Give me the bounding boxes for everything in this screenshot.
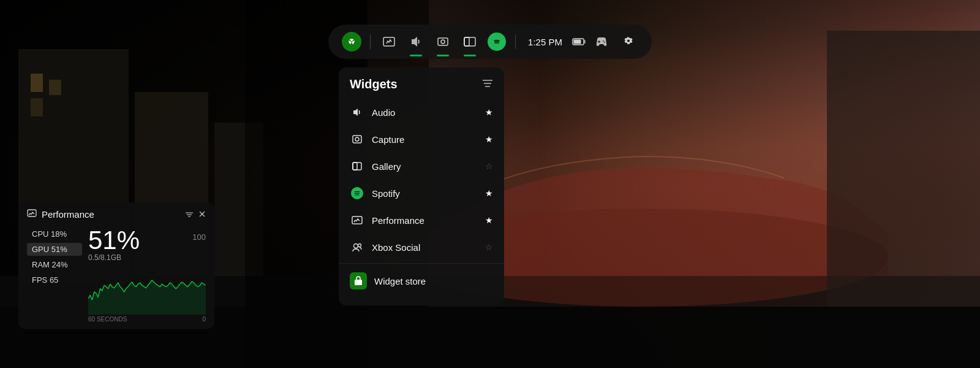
- perf-stat-cpu[interactable]: CPU 18%: [27, 228, 82, 240]
- gallery-widget-label: Gallery: [372, 161, 478, 172]
- spotify-widget-icon: [350, 186, 364, 201]
- svg-rect-21: [573, 40, 581, 44]
- xbox-logo: [342, 32, 361, 52]
- settings-button[interactable]: [617, 31, 639, 53]
- performance-widget-label: Performance: [372, 215, 478, 226]
- capture-topbar-button[interactable]: [432, 31, 454, 53]
- widget-store-label: Widget store: [374, 276, 426, 286]
- widgets-panel: Widgets Audio ★ Capture ★: [339, 67, 504, 305]
- svg-rect-33: [353, 163, 357, 170]
- widget-store-icon: [350, 272, 367, 289]
- svg-rect-17: [464, 37, 475, 46]
- svg-rect-4: [31, 98, 43, 117]
- xbox-social-widget-icon: [350, 240, 364, 255]
- perf-stat-gpu[interactable]: GPU 51%: [27, 243, 82, 256]
- widgets-header: Widgets: [339, 77, 504, 99]
- svg-rect-37: [355, 280, 362, 285]
- svg-point-25: [604, 42, 605, 43]
- xbox-button[interactable]: [341, 31, 363, 53]
- capture-star[interactable]: ★: [485, 134, 493, 144]
- perf-widget-controls: [185, 210, 206, 220]
- perf-gpu-label: GPU 51%: [32, 245, 67, 254]
- perf-widget-title: Performance: [42, 209, 94, 220]
- perf-chart-label-right: 0: [202, 316, 206, 323]
- svg-point-31: [355, 137, 359, 141]
- perf-stat-ram[interactable]: RAM 24%: [27, 258, 82, 271]
- audio-topbar-button[interactable]: [405, 31, 427, 53]
- svg-marker-44: [88, 280, 206, 315]
- widget-item-performance[interactable]: Performance ★: [339, 207, 504, 234]
- xbox-social-star[interactable]: ☆: [485, 242, 493, 252]
- svg-rect-15: [438, 38, 448, 45]
- gallery-widget-icon: [350, 159, 364, 174]
- gallery-star[interactable]: ☆: [485, 161, 493, 171]
- perf-widget-header: Performance: [27, 209, 206, 220]
- svg-point-12: [347, 37, 356, 47]
- controller-icon: [590, 31, 612, 53]
- svg-marker-29: [353, 109, 358, 116]
- perf-fps-label: FPS 65: [32, 275, 58, 285]
- perf-sub-value: 0.5/8.1GB: [88, 253, 206, 262]
- performance-overlay-widget: Performance CPU 18%: [18, 202, 214, 329]
- audio-widget-icon: [350, 105, 364, 120]
- svg-marker-14: [412, 37, 417, 47]
- xbox-social-widget-label: Xbox Social: [372, 242, 478, 253]
- topbar-time: 1:25 PM: [528, 37, 562, 47]
- spotify-star[interactable]: ★: [485, 188, 493, 198]
- performance-topbar-button[interactable]: [378, 31, 400, 53]
- perf-main-display: 51% 100 0.5/8.1GB 60 SECONDS 0: [82, 228, 206, 323]
- spotify-topbar-button[interactable]: [486, 31, 508, 53]
- perf-chart-label-left: 60 SECONDS: [88, 316, 127, 323]
- widget-store-item[interactable]: Widget store: [339, 263, 504, 296]
- perf-stat-fps[interactable]: FPS 65: [27, 274, 82, 286]
- svg-rect-18: [464, 37, 469, 46]
- widget-item-xbox-social[interactable]: Xbox Social ☆: [339, 234, 504, 261]
- capture-widget-icon: [350, 132, 364, 147]
- topbar-battery: [572, 37, 586, 46]
- svg-point-16: [441, 40, 445, 44]
- widgets-filter-icon[interactable]: [482, 79, 493, 90]
- svg-rect-10: [827, 31, 980, 337]
- perf-max-value: 100: [192, 232, 206, 242]
- perf-settings-icon[interactable]: [185, 210, 194, 220]
- perf-chart-labels: 60 SECONDS 0: [88, 316, 206, 323]
- widget-item-gallery[interactable]: Gallery ☆: [339, 153, 504, 180]
- perf-close-icon[interactable]: [198, 210, 206, 220]
- topbar: 1:25 PM: [328, 25, 652, 59]
- widget-item-capture[interactable]: Capture ★: [339, 126, 504, 153]
- svg-point-24: [603, 40, 604, 42]
- perf-ram-label: RAM 24%: [32, 260, 68, 269]
- audio-star[interactable]: ★: [485, 107, 493, 117]
- widgets-title: Widgets: [350, 77, 398, 91]
- spotify-widget-label: Spotify: [372, 188, 478, 199]
- perf-widget-body: CPU 18% GPU 51% RAM 24% FPS 65 51% 100 0…: [27, 228, 206, 323]
- widget-item-audio[interactable]: Audio ★: [339, 99, 504, 126]
- widget-item-spotify[interactable]: Spotify ★: [339, 180, 504, 207]
- svg-rect-30: [353, 136, 361, 143]
- audio-widget-label: Audio: [372, 107, 478, 118]
- perf-stats-list: CPU 18% GPU 51% RAM 24% FPS 65: [27, 228, 82, 323]
- spotify-icon: [488, 33, 506, 51]
- perf-main-value: 51%: [88, 228, 140, 253]
- svg-point-36: [358, 244, 361, 247]
- topbar-divider-1: [370, 34, 371, 49]
- perf-chart: [88, 266, 206, 315]
- perf-widget-icon: [27, 209, 37, 220]
- performance-star[interactable]: ★: [485, 215, 493, 225]
- perf-title-group: Performance: [27, 209, 94, 220]
- gallery-topbar-button[interactable]: [459, 31, 481, 53]
- svg-rect-5: [49, 80, 61, 95]
- svg-point-35: [354, 244, 358, 248]
- capture-widget-label: Capture: [372, 134, 478, 145]
- perf-cpu-label: CPU 18%: [32, 229, 67, 239]
- performance-widget-icon: [350, 213, 364, 228]
- svg-rect-3: [31, 74, 43, 92]
- topbar-divider-2: [515, 34, 516, 49]
